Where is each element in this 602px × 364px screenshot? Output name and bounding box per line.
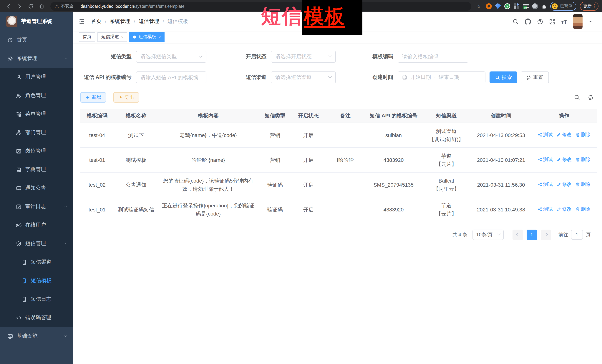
breadcrumb-item[interactable]: 首页	[91, 18, 102, 25]
row-action-delete[interactable]: 删除	[575, 131, 591, 139]
row-action-modify[interactable]: 修改	[556, 131, 572, 139]
font-size-icon[interactable]: TT	[561, 19, 567, 24]
profile-paused-pill[interactable]: 已暂停	[550, 2, 576, 10]
sidebar-item-label: 错误码管理	[25, 314, 51, 321]
extension-icon-green-y[interactable]: y	[504, 3, 510, 9]
sidebar-item[interactable]: 在线用户	[0, 216, 73, 234]
extension-icon-monocle[interactable]	[532, 3, 538, 9]
filter-label: 开启状态	[206, 53, 271, 60]
fullscreen-icon[interactable]	[549, 18, 555, 25]
help-icon[interactable]	[537, 18, 543, 25]
row-action-delete[interactable]: 删除	[575, 180, 591, 188]
bookmark-star-icon[interactable]: ☆	[477, 3, 481, 9]
extension-icon-list[interactable]: on	[523, 3, 529, 9]
row-action-label: 删除	[581, 180, 591, 188]
row-action-modify[interactable]: 修改	[556, 156, 572, 164]
search-button[interactable]: 搜索	[490, 72, 517, 83]
row-action-test[interactable]: 测试	[538, 180, 553, 188]
sidebar-item[interactable]: 部门管理	[0, 123, 73, 142]
browser-update-button[interactable]: 更新	[580, 2, 599, 10]
refresh-icon[interactable]	[588, 94, 594, 100]
row-action-delete[interactable]: 删除	[575, 156, 591, 164]
extension-icon-blue-gem[interactable]	[495, 3, 501, 9]
sidebar-item[interactable]: 错误码管理	[0, 308, 73, 327]
topbar: 首页/系统管理/短信管理/短信模板 TT	[73, 12, 602, 31]
sidebar-item[interactable]: 用户管理	[0, 68, 73, 86]
extensions-puzzle-icon[interactable]	[541, 3, 547, 9]
browser-reload-icon[interactable]	[26, 1, 36, 11]
browser-forward-icon[interactable]	[15, 1, 24, 11]
cell-actions: 测试修改删除	[531, 123, 597, 147]
page-number-button[interactable]: 1	[527, 229, 537, 240]
sidebar-item[interactable]: 首页	[0, 31, 73, 49]
row-action-test[interactable]: 测试	[538, 156, 553, 164]
filter-row-1: 短信类型请选择短信类型开启状态请选择开启状态模板编码	[80, 51, 597, 62]
filter-input[interactable]	[398, 51, 468, 62]
address-bar[interactable]: ⚠ 不安全 dashboard.yudao.iocoder.cn /system…	[50, 2, 471, 10]
cell-type: 营销	[258, 147, 292, 172]
sidebar-item[interactable]: 系统管理	[0, 49, 73, 68]
sidebar-item-label: 在线用户	[25, 222, 46, 229]
user-avatar[interactable]	[573, 14, 582, 29]
browser-menu-icon[interactable]	[594, 4, 595, 8]
channel-name: 芋道	[424, 201, 468, 209]
browser-back-icon[interactable]	[4, 1, 13, 11]
filter-group: 模板编码	[336, 51, 468, 62]
breadcrumb-item[interactable]: 短信模板	[167, 18, 188, 25]
sidebar-item[interactable]: 短信管理	[0, 234, 73, 253]
reset-button[interactable]: 重置	[521, 72, 549, 83]
breadcrumb-item[interactable]: 系统管理	[110, 18, 130, 25]
sidebar-item[interactable]: 短信日志	[0, 290, 73, 308]
breadcrumb-item[interactable]: 短信管理	[139, 18, 159, 25]
close-icon[interactable]: ×	[121, 35, 124, 39]
security-label: 不安全	[61, 3, 74, 9]
sidebar-item[interactable]: 审计日志	[0, 197, 73, 216]
sidebar-item[interactable]: 菜单管理	[0, 105, 73, 123]
row-action-modify[interactable]: 修改	[556, 205, 572, 213]
row-action-test[interactable]: 测试	[538, 131, 553, 139]
filter-select[interactable]: 请选择开启状态	[271, 51, 336, 62]
add-button[interactable]: 新增	[80, 92, 106, 103]
close-icon[interactable]: ×	[158, 35, 161, 39]
tabs-bar: 首页短信渠道×短信模板×	[73, 31, 602, 43]
select-placeholder: 请选择开启状态	[275, 53, 312, 60]
search-icon[interactable]	[512, 18, 519, 25]
table-body: test-04测试下老鸡{name}，牛逼{code}营销开启suibian测试…	[80, 123, 597, 222]
channel-code: 【调试(钉钉)】	[424, 135, 468, 143]
collapse-menu-icon[interactable]	[79, 18, 85, 25]
row-action-modify[interactable]: 修改	[556, 180, 572, 188]
row-action-delete[interactable]: 删除	[575, 205, 591, 213]
sidebar-item[interactable]: 角色管理	[0, 86, 73, 105]
goto-label: 前往	[559, 231, 568, 238]
sidebar-item[interactable]: 岗位管理	[0, 142, 73, 160]
filter-group: 短信类型请选择短信类型	[80, 51, 206, 62]
sidebar-item[interactable]: 短信渠道	[0, 253, 73, 271]
toggle-search-icon[interactable]	[574, 94, 580, 100]
sidebar-item[interactable]: 通知公告	[0, 179, 73, 197]
filter-select[interactable]: 请选择短信类型	[136, 51, 206, 62]
page-size-select[interactable]: 10条/页	[473, 229, 504, 240]
sidebar-logo-row[interactable]: 芋道管理系统	[0, 12, 73, 31]
extension-icon-squares[interactable]	[513, 3, 519, 9]
avatar-caret-down-icon[interactable]	[589, 20, 592, 23]
sidebar-item[interactable]: 基础设施	[0, 327, 73, 345]
row-action-test[interactable]: 测试	[538, 205, 553, 213]
browser-home-icon[interactable]	[37, 1, 47, 11]
url-domain: dashboard.yudao.iocoder.cn	[81, 4, 134, 8]
tab-active[interactable]: 短信模板×	[129, 32, 164, 42]
date-range-picker[interactable]: 开始日期-结束日期	[398, 72, 485, 83]
export-button[interactable]: 导出	[113, 92, 139, 103]
filter-input[interactable]	[136, 72, 206, 83]
sidebar: 芋道管理系统 首页系统管理用户管理角色管理菜单管理部门管理岗位管理字典管理通知公…	[0, 12, 73, 364]
extension-icon-orange-ring[interactable]	[486, 3, 492, 9]
next-page-button[interactable]	[541, 229, 551, 240]
github-icon[interactable]	[525, 18, 531, 25]
tab-item[interactable]: 首页	[79, 32, 95, 42]
goto-page-input[interactable]	[571, 230, 583, 239]
sidebar-item[interactable]: 短信模板	[0, 271, 73, 290]
filter-select[interactable]: 请选择短信渠道	[271, 72, 336, 83]
dictionary-icon	[16, 167, 22, 172]
prev-page-button[interactable]	[513, 229, 523, 240]
tab-item[interactable]: 短信渠道×	[97, 32, 127, 42]
sidebar-item[interactable]: 字典管理	[0, 160, 73, 179]
